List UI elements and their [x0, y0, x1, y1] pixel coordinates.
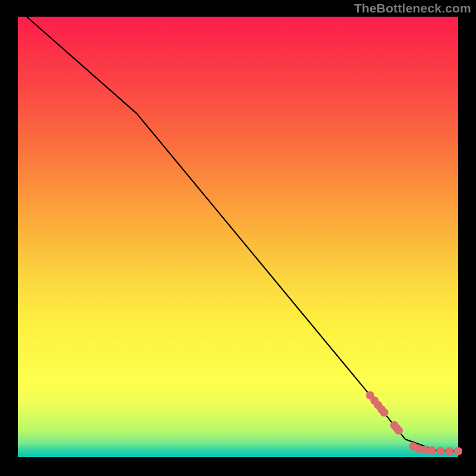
marker-point — [394, 427, 403, 435]
marker-point — [428, 446, 436, 455]
marker-point — [436, 447, 444, 455]
marker-point — [380, 408, 389, 416]
bottleneck-chart — [0, 0, 476, 476]
attribution-text: TheBottleneck.com — [354, 1, 471, 15]
marker-point — [454, 447, 462, 455]
chart-container: TheBottleneck.com — [0, 0, 476, 476]
marker-point — [445, 447, 453, 455]
